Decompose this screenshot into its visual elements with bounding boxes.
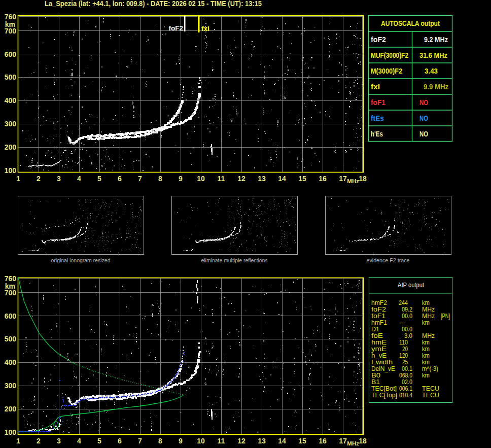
svg-text:3.0: 3.0 [404,332,412,339]
svg-text:Ewidth: Ewidth [371,359,393,366]
svg-text:11: 11 [218,175,225,183]
svg-text:6: 6 [118,175,122,183]
svg-text:16: 16 [319,437,327,445]
svg-text:1: 1 [16,175,20,183]
svg-text:9: 9 [179,437,183,445]
svg-text:12: 12 [237,175,246,183]
svg-text:MHz: MHz [347,440,359,446]
svg-text:evidence F2 trace: evidence F2 trace [367,257,410,263]
svg-text:foF1: foF1 [371,313,385,320]
svg-text:fxI: fxI [371,82,380,91]
svg-text:La_Spezia (lat: +44.1, lon: 00: La_Spezia (lat: +44.1, lon: 009.8) - DAT… [45,0,262,8]
svg-text:MHz: MHz [422,332,435,339]
svg-text:TEC[Bot]: TEC[Bot] [371,385,397,392]
svg-text:3: 3 [57,175,61,183]
svg-text:km: km [422,372,430,379]
svg-text:TECU: TECU [422,392,439,399]
svg-text:244: 244 [399,299,408,306]
svg-text:km: km [422,352,430,359]
svg-text:eliminate multiple reflections: eliminate multiple reflections [201,257,268,263]
svg-text:200: 200 [5,405,17,413]
svg-text:TECU: TECU [422,385,439,392]
svg-text:4: 4 [77,437,81,445]
svg-text:15: 15 [298,437,306,445]
svg-text:m^(-3): m^(-3) [422,365,438,372]
svg-text:km: km [422,346,430,353]
svg-text:200: 200 [5,143,17,151]
svg-text:[PN]: [PN] [441,313,450,320]
svg-text:1: 1 [16,437,20,445]
svg-text:h'Es: h'Es [371,129,383,138]
svg-text:---: --- [399,319,406,326]
svg-text:M(3000)F2: M(3000)F2 [371,66,402,75]
svg-text:3: 3 [57,437,61,445]
svg-text:AUTOSCALA output: AUTOSCALA output [381,19,440,27]
svg-text:31.6 MHz: 31.6 MHz [419,51,447,59]
svg-text:km: km [5,20,15,28]
svg-text:12: 12 [237,437,246,445]
svg-text:00.0: 00.0 [402,313,412,320]
svg-text:5: 5 [97,175,101,183]
svg-text:300: 300 [5,382,17,390]
svg-text:NO: NO [419,98,428,107]
svg-text:20: 20 [402,346,408,353]
svg-text:400: 400 [5,358,17,366]
svg-text:km: km [422,359,430,366]
svg-text:16: 16 [319,175,327,183]
svg-text:18: 18 [359,437,367,445]
svg-text:600: 600 [5,50,17,58]
svg-text:120: 120 [399,352,408,359]
svg-text:DelN_vE: DelN_vE [371,365,395,372]
svg-text:MHz: MHz [422,313,435,320]
svg-text:600: 600 [5,312,17,320]
svg-text:17: 17 [339,175,347,183]
svg-text:ftEs: ftEs [371,114,384,122]
svg-text:9: 9 [179,175,183,183]
svg-text:foF1: foF1 [371,98,385,107]
svg-text:110: 110 [399,339,408,346]
svg-text:2: 2 [37,437,41,445]
svg-text:km: km [422,299,430,306]
svg-text:068.0: 068.0 [399,372,412,379]
svg-text:100: 100 [5,166,17,175]
svg-text:13: 13 [258,175,266,183]
svg-text:010.4: 010.4 [399,392,412,399]
svg-text:TEC[Top]: TEC[Top] [371,392,397,399]
svg-text:400: 400 [5,96,17,105]
svg-text:original ionogram resized: original ionogram resized [51,257,111,263]
svg-text:NO: NO [419,129,428,138]
svg-text:8: 8 [158,437,162,445]
svg-text:MHz: MHz [422,306,435,313]
svg-text:15: 15 [298,175,306,183]
svg-text:foF2: foF2 [169,24,184,32]
svg-text:14: 14 [278,437,286,445]
svg-text:7: 7 [138,175,142,183]
svg-text:hmF1: hmF1 [371,319,387,326]
svg-text:14: 14 [278,175,286,183]
svg-text:9.2 MHz: 9.2 MHz [424,35,448,44]
svg-text:4: 4 [77,175,81,183]
svg-text:3.43: 3.43 [425,66,438,75]
svg-text:9.9 MHz: 9.9 MHz [424,82,448,91]
svg-text:760: 760 [5,13,17,21]
svg-text:09.2: 09.2 [402,306,412,313]
svg-text:2: 2 [37,175,41,183]
svg-text:5: 5 [97,437,101,445]
svg-text:300: 300 [5,120,17,128]
svg-text:00.1: 00.1 [402,365,412,372]
svg-text:B1: B1 [371,378,380,386]
svg-text:NO: NO [419,114,428,122]
svg-text:00.0: 00.0 [402,326,412,333]
svg-text:6: 6 [118,437,122,445]
svg-text:D1: D1 [371,326,379,333]
svg-text:100: 100 [5,428,17,436]
svg-text:MUF(3000)F2: MUF(3000)F2 [371,51,408,59]
svg-text:10: 10 [197,437,205,445]
svg-text:11: 11 [218,437,225,445]
svg-text:18: 18 [359,175,367,183]
svg-text:hmE: hmE [371,339,387,346]
svg-text:hmF2: hmF2 [371,299,387,306]
svg-text:02.0: 02.0 [402,378,412,386]
svg-text:17: 17 [339,437,347,445]
svg-text:760: 760 [5,274,17,283]
